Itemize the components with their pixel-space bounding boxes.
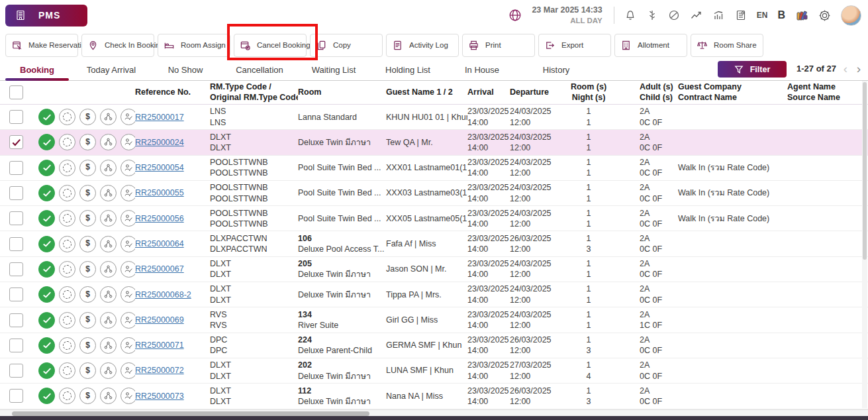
signature-status-icon[interactable] [121, 286, 135, 303]
row-checkbox[interactable] [9, 339, 23, 352]
signature-status-icon[interactable] [121, 261, 135, 278]
confirmed-status-icon[interactable] [38, 210, 55, 227]
globe-icon[interactable] [508, 9, 522, 22]
filter-button[interactable]: Filter [718, 61, 787, 78]
table-row[interactable]: $ [0, 130, 868, 155]
notification-bell-icon[interactable] [624, 9, 636, 21]
reference-link[interactable]: RR25000068-2 [135, 290, 191, 299]
horizontal-scrollbar-thumb[interactable] [12, 411, 369, 416]
allotment-button[interactable]: Allotment [614, 34, 687, 57]
refresh-status-icon[interactable] [59, 362, 75, 379]
refresh-status-icon[interactable] [59, 236, 75, 252]
settings-gear-icon[interactable] [818, 9, 831, 22]
payment-status-icon[interactable]: $ [79, 185, 96, 201]
refresh-status-icon[interactable] [59, 185, 75, 201]
confirmed-status-icon[interactable] [38, 109, 55, 125]
payment-status-icon[interactable]: $ [79, 312, 96, 329]
language-selector[interactable]: EN [757, 11, 768, 20]
payment-status-icon[interactable]: $ [79, 210, 96, 227]
row-checkbox[interactable] [9, 135, 23, 149]
payment-status-icon[interactable]: $ [79, 236, 96, 252]
tab[interactable]: Booking [0, 60, 74, 80]
signature-status-icon[interactable] [121, 236, 135, 252]
row-checkbox[interactable] [9, 110, 23, 124]
tab[interactable]: Cancellation [222, 60, 297, 80]
table-row[interactable]: $ [0, 231, 868, 256]
user-avatar[interactable] [841, 5, 861, 26]
currency-selector[interactable]: B [777, 9, 785, 21]
cancel-booking-button[interactable]: Cancel Booking [234, 34, 307, 57]
reference-link[interactable]: RR25000056 [135, 214, 184, 223]
reference-link[interactable]: RR25000054 [135, 163, 184, 172]
next-page-icon[interactable]: › [853, 60, 864, 78]
room-share-button[interactable]: Room Share [691, 34, 763, 57]
reference-link[interactable]: RR25000072 [135, 366, 184, 375]
tab[interactable]: Waiting List [297, 60, 371, 80]
confirmed-status-icon[interactable] [38, 286, 55, 303]
group-status-icon[interactable] [100, 210, 117, 227]
payment-status-icon[interactable]: $ [79, 388, 96, 404]
payment-status-icon[interactable]: $ [79, 134, 96, 150]
confirmed-status-icon[interactable] [38, 134, 55, 150]
group-status-icon[interactable] [100, 185, 117, 201]
group-status-icon[interactable] [100, 362, 117, 379]
report-icon[interactable] [735, 9, 747, 21]
tab[interactable]: In House [445, 60, 519, 80]
refresh-status-icon[interactable] [59, 109, 75, 125]
refresh-status-icon[interactable] [59, 388, 75, 404]
tab[interactable]: History [519, 60, 593, 80]
confirmed-status-icon[interactable] [38, 362, 55, 379]
payment-status-icon[interactable]: $ [79, 160, 96, 176]
confirmed-status-icon[interactable] [38, 337, 55, 354]
reference-link[interactable]: RR25000017 [135, 113, 184, 122]
row-checkbox[interactable] [9, 288, 23, 301]
table-row[interactable]: $ [0, 384, 868, 409]
reference-link[interactable]: RR25000071 [135, 341, 184, 350]
horizontal-scrollbar[interactable] [0, 409, 868, 416]
make-reservation-button[interactable]: Make Reservation [5, 34, 78, 57]
refresh-status-icon[interactable] [59, 261, 75, 278]
confirmed-status-icon[interactable] [38, 261, 55, 278]
confirmed-status-icon[interactable] [38, 236, 55, 252]
row-checkbox[interactable] [9, 364, 23, 378]
table-row[interactable]: $ [0, 282, 868, 307]
tab[interactable]: No Show [148, 60, 222, 80]
refresh-status-icon[interactable] [59, 286, 75, 303]
pms-logo[interactable]: PMS [5, 5, 87, 26]
row-checkbox[interactable] [9, 237, 23, 251]
row-checkbox[interactable] [9, 389, 23, 403]
copy-button[interactable]: Copy [310, 34, 383, 57]
payment-status-icon[interactable]: $ [79, 261, 96, 278]
signature-status-icon[interactable] [121, 312, 135, 329]
signature-status-icon[interactable] [121, 134, 135, 150]
confirmed-status-icon[interactable] [38, 185, 55, 201]
group-status-icon[interactable] [100, 109, 117, 125]
refresh-status-icon[interactable] [59, 210, 75, 227]
reference-link[interactable]: RR25000064 [135, 239, 184, 248]
signature-status-icon[interactable] [121, 210, 135, 227]
reference-link[interactable]: RR25000055 [135, 188, 184, 197]
reference-link[interactable]: RR25000069 [135, 315, 184, 325]
row-checkbox[interactable] [9, 262, 23, 276]
confirmed-status-icon[interactable] [38, 312, 55, 329]
room-assign-button[interactable]: Room Assign [158, 34, 230, 57]
print-button[interactable]: Print [462, 34, 535, 57]
signature-status-icon[interactable] [121, 337, 135, 354]
line-chart-icon[interactable] [690, 9, 702, 21]
table-row[interactable]: $ [0, 181, 868, 206]
refresh-status-icon[interactable] [59, 312, 75, 329]
signature-status-icon[interactable] [121, 185, 135, 201]
payment-status-icon[interactable]: $ [79, 109, 96, 125]
row-checkbox[interactable] [9, 313, 23, 327]
activity-log-button[interactable]: Activity Log [386, 34, 459, 57]
row-checkbox[interactable] [9, 186, 23, 200]
previous-page-icon[interactable]: ‹ [840, 60, 851, 78]
signature-status-icon[interactable] [121, 109, 135, 125]
payment-status-icon[interactable]: $ [79, 337, 96, 354]
group-status-icon[interactable] [100, 134, 117, 150]
group-status-icon[interactable] [100, 337, 117, 354]
payment-status-icon[interactable]: $ [79, 286, 96, 303]
tab[interactable]: Holding List [371, 60, 445, 80]
refresh-status-icon[interactable] [59, 160, 75, 176]
table-row[interactable]: $ [0, 156, 868, 181]
